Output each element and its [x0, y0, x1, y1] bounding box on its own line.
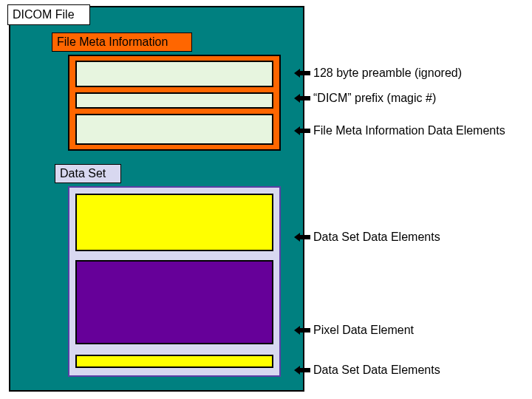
svg-marker-5: [294, 366, 310, 375]
dataset-elements-label-2: Data Set Data Elements: [313, 364, 440, 377]
meta-elements-block: [75, 114, 273, 145]
data-set-title: Data Set: [55, 164, 121, 183]
file-meta-container: [68, 55, 281, 151]
meta-elements-label: File Meta Information Data Elements: [313, 124, 505, 137]
dicm-prefix-block: [75, 92, 273, 109]
arrow-icon: [294, 126, 310, 136]
pixel-data-label: Pixel Data Element: [313, 324, 414, 337]
dicom-file-title: DICOM File: [7, 4, 90, 25]
svg-marker-2: [294, 126, 310, 135]
preamble-label: 128 byte preamble (ignored): [313, 66, 462, 80]
dataset-elements-block-2: [75, 355, 273, 368]
svg-marker-1: [294, 94, 310, 103]
arrow-icon: [294, 232, 310, 242]
svg-marker-3: [294, 233, 310, 242]
dataset-elements-block-1: [75, 194, 273, 251]
preamble-block: [75, 61, 273, 87]
pixel-data-block: [75, 260, 273, 344]
arrow-icon: [294, 93, 310, 103]
dicm-prefix-label: “DICM” prefix (magic #): [313, 92, 436, 105]
file-meta-title: File Meta Information: [52, 33, 192, 52]
dataset-elements-label-1: Data Set Data Elements: [313, 231, 440, 244]
svg-marker-4: [294, 326, 310, 335]
arrow-icon: [294, 325, 310, 335]
data-set-container: [68, 186, 281, 377]
arrow-icon: [294, 365, 310, 375]
arrow-icon: [294, 68, 310, 78]
svg-marker-0: [294, 69, 310, 78]
